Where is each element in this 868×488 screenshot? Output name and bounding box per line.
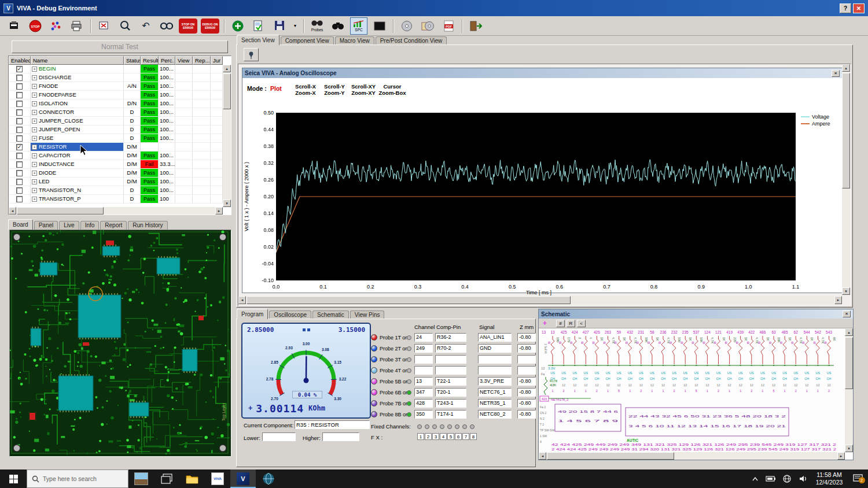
start-button[interactable]	[0, 469, 27, 488]
name-cell[interactable]: +FNODEPARSE	[31, 91, 124, 99]
delete-window-icon[interactable]	[95, 17, 113, 35]
test-row[interactable]: +LEDD/MPass100...	[9, 178, 231, 186]
save-icon[interactable]	[271, 17, 288, 35]
test-row[interactable]: +FNODEPARSEPass100...	[9, 91, 231, 99]
name-cell[interactable]: +JUMPER_CLOSE	[31, 117, 124, 125]
fx-cell[interactable]: 3	[432, 433, 439, 440]
probe-row[interactable]: Probe 1T on24R36-2ANA_LIN1-0.80	[371, 333, 536, 342]
enabled-cell[interactable]	[9, 73, 31, 82]
disc-case-icon[interactable]	[419, 17, 436, 35]
test-row[interactable]: +DISCHARGEPass100...	[9, 73, 231, 82]
tab-board[interactable]: Board	[8, 219, 33, 230]
expand-icon[interactable]: +	[32, 188, 37, 193]
expand-icon[interactable]: +	[32, 75, 37, 80]
taskbar-clock[interactable]: 11:58 AM12/4/2023	[811, 469, 847, 488]
test-row[interactable]: +TRANSISTOR_NDPass100...	[9, 186, 231, 195]
checkbox[interactable]: ✓	[16, 144, 23, 150]
probes-button[interactable]: Probes	[308, 17, 326, 35]
spc-button[interactable]: SPC	[350, 17, 367, 35]
fx-cell[interactable]: 8	[470, 433, 477, 440]
expand-icon[interactable]: +	[32, 127, 37, 132]
name-cell[interactable]: +BEGIN	[31, 65, 124, 73]
probe-row[interactable]: Probe 6B on347T20-1NETC76_1-0.80	[371, 388, 536, 397]
find-binoculars-icon[interactable]	[329, 17, 347, 35]
enabled-cell[interactable]	[9, 169, 31, 178]
scroll-down-icon[interactable]: ▼	[842, 287, 850, 295]
print-icon[interactable]	[68, 17, 86, 35]
fx-cell[interactable]: 6	[455, 433, 462, 440]
stop-on-error-button[interactable]: STOP ON ERROR	[179, 19, 197, 34]
enabled-cell[interactable]	[9, 99, 31, 108]
schematic-vscrollbar[interactable]: ▲ ▼	[845, 328, 853, 452]
checkbox[interactable]	[16, 153, 23, 159]
column-header-result[interactable]: Result	[141, 56, 159, 65]
tab-schematic[interactable]: Schematic	[312, 310, 349, 319]
scroll-up-icon[interactable]: ▲	[845, 328, 853, 336]
checkbox[interactable]	[16, 101, 23, 107]
disc-icon[interactable]	[398, 17, 415, 35]
probe-row[interactable]: Probe 4T on	[371, 366, 536, 375]
expand-icon[interactable]: +	[32, 171, 37, 176]
scroll-up-icon[interactable]: ▲	[842, 64, 850, 72]
enabled-cell[interactable]	[9, 134, 31, 143]
enabled-cell[interactable]	[9, 178, 31, 186]
enabled-cell[interactable]	[9, 186, 31, 195]
tray-volume[interactable]	[795, 469, 811, 488]
checkbox[interactable]	[16, 170, 23, 176]
test-table-hscrollbar[interactable]: ◄ ►	[9, 207, 223, 215]
expand-icon[interactable]: +	[32, 153, 37, 158]
name-cell[interactable]: +DISCHARGE	[31, 73, 124, 82]
column-header-enabled[interactable]: Enabled	[9, 56, 31, 65]
scroll-right-icon[interactable]: ►	[837, 452, 845, 460]
close-button[interactable]: ✕	[853, 3, 865, 13]
board-view[interactable]: Top Layer	[9, 230, 231, 457]
name-cell[interactable]: +CONNECTOR	[31, 108, 124, 117]
fx-cell[interactable]: 7	[462, 433, 469, 440]
enabled-cell[interactable]	[9, 82, 31, 91]
probe-status-led[interactable]	[371, 411, 377, 417]
probe-row[interactable]: Probe 5B on13T22-13.3V_PRE-0.80	[371, 377, 536, 386]
enabled-cell[interactable]	[9, 195, 31, 204]
probe-status-led[interactable]	[371, 389, 377, 395]
test-row[interactable]: +FNODEA/NPass100...	[9, 82, 231, 91]
tab-macro-view[interactable]: Macro View	[335, 36, 374, 45]
tab-report[interactable]: Report	[100, 221, 127, 230]
tray-battery[interactable]	[763, 469, 779, 488]
column-header-view[interactable]: View	[175, 56, 193, 65]
oscilloscope-close-icon[interactable]: ×	[832, 70, 840, 77]
expand-icon[interactable]: +	[32, 93, 37, 98]
tab-component-view[interactable]: Component View	[281, 36, 334, 45]
enabled-cell[interactable]: ✓	[9, 143, 31, 151]
taskbar-globe-app[interactable]	[256, 469, 281, 488]
name-cell[interactable]: +TRANSISTOR_N	[31, 186, 124, 195]
probe-status-led[interactable]	[371, 400, 377, 406]
test-row[interactable]: +JUMPER_CLOSEDPass100...	[9, 117, 231, 125]
component-tool-icon[interactable]: R	[567, 320, 575, 327]
checkbox[interactable]	[16, 127, 23, 133]
enabled-cell[interactable]	[9, 151, 31, 160]
add-icon[interactable]	[229, 17, 247, 35]
action-center-button[interactable]: 2	[847, 469, 868, 488]
lower-input[interactable]	[262, 432, 296, 441]
enabled-cell[interactable]	[9, 160, 31, 169]
column-header-jur[interactable]: Jur	[211, 56, 223, 65]
checkbox[interactable]	[16, 161, 23, 168]
help-button[interactable]: ?	[840, 3, 851, 13]
name-cell[interactable]: +INDUCTANCE	[31, 160, 124, 169]
tray-chevron-button[interactable]	[748, 469, 763, 488]
tab-pre-post-condition-view[interactable]: Pre/Post Condition View	[376, 36, 447, 45]
scope-control-scrollxy[interactable]: Scroll-XYZoom-XY	[349, 83, 378, 96]
test-row[interactable]: +TRANSISTOR_PDPass100	[9, 195, 231, 204]
taskbar-viva-active[interactable]: V	[230, 469, 256, 488]
fx-cell[interactable]: 2	[425, 433, 432, 440]
scope-control-scrollx[interactable]: Scroll-XZoom-X	[291, 83, 320, 96]
checkbox[interactable]	[16, 118, 23, 124]
probe-status-led[interactable]	[371, 334, 377, 341]
pdf-icon[interactable]: PDF	[440, 17, 457, 35]
pin-button[interactable]	[244, 48, 259, 61]
fx-cell[interactable]: 4	[440, 433, 447, 440]
probe-status-led[interactable]	[371, 356, 377, 363]
scroll-thumb[interactable]	[17, 207, 104, 215]
expand-icon[interactable]: +	[32, 197, 37, 202]
tab-info[interactable]: Info	[80, 221, 100, 230]
